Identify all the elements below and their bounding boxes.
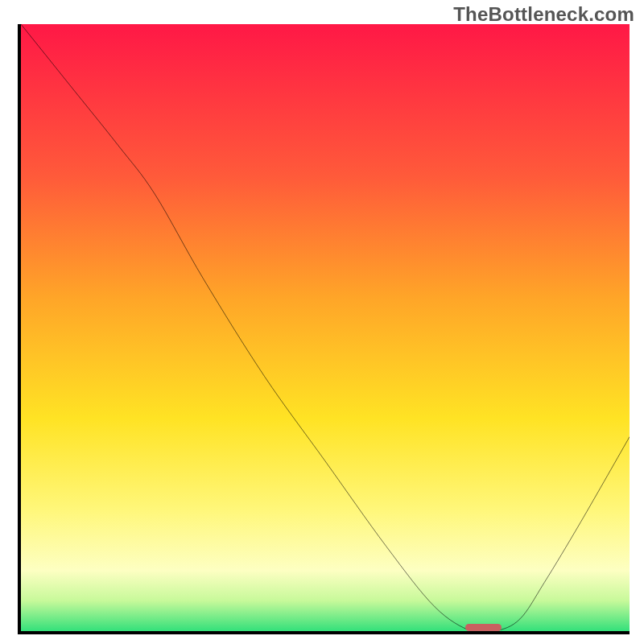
- bottleneck-curve: [21, 24, 630, 631]
- plot-area: [18, 24, 630, 634]
- optimal-marker: [465, 624, 502, 631]
- watermark-text: TheBottleneck.com: [453, 3, 634, 26]
- chart-container: TheBottleneck.com: [0, 0, 644, 644]
